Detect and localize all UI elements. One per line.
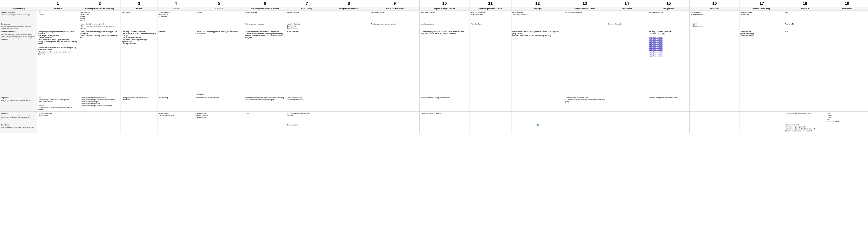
thoughtworks-link[interactable]: https://links.com/link [649, 37, 662, 39]
thoughtworks-link[interactable]: https://links.com/link [649, 39, 662, 41]
collaboration-table: 1 2 3 4 5 6 7 8 9 10 11 12 13 14 15 16 1… [0, 0, 868, 133]
contribution_ideas-col-3: - Providing a space for participants: * … [121, 30, 157, 96]
community-16: Tech+Social [690, 7, 740, 10]
contact_persons-col-1: Thai Linnawut [37, 10, 79, 22]
community-10: Angular Developers Thailand [420, 7, 469, 10]
thoughtworks-link[interactable]: https://links.com/link [649, 51, 662, 53]
projects-col-14 [606, 111, 648, 123]
contact_persons-col-7: Kanpor Todaporn [286, 10, 328, 22]
questions-col-4 [157, 123, 194, 133]
contact_persons-col-13: Wannnapanee Dasanrujit [564, 10, 606, 22]
questions-col-5 [194, 123, 244, 133]
projects-col-6: - TBA [244, 111, 286, 123]
contribution_ideas-col-2: - Maybe a workshop on using git and crea… [79, 30, 121, 96]
projects-sub-label: Any open source projects that wants cont… [1, 115, 36, 119]
objectives-sub-label: What do you expect to come together with… [1, 99, 36, 103]
num-col-7: 7 [286, 0, 328, 7]
community-col-13 [564, 22, 606, 30]
community-2: NoobProgrammer Thailand Community [79, 7, 121, 10]
objectives-col-4: - Ice breaking [157, 96, 194, 111]
objectives-col-7: Fosrru Jacklene Jorge Networking for FOS… [286, 96, 328, 111]
community-col-11: - Web developers [469, 22, 512, 30]
num-col-18: 18 [784, 0, 826, 7]
projects-col-8 [328, 111, 370, 123]
objectives-col-2: - Seeing participants contribute to OSS … [79, 96, 121, 111]
contact_persons-col-19 [826, 10, 868, 22]
num-col-6: 6 [244, 0, 286, 7]
projects-col-9 [370, 111, 420, 123]
questions-col-11 [469, 123, 512, 133]
objectives-col-6: Bringing more developer to Web Component… [244, 96, 286, 111]
contribution_ideas-col-17: - code4thailand/ parliament-listening - … [740, 30, 784, 96]
num-col-13: 13 [564, 0, 606, 7]
questions-col-8 [328, 123, 370, 133]
thoughtworks-link[interactable]: https://links.com/link [649, 45, 662, 47]
community-col-8 [328, 22, 370, 30]
questions-col-17 [740, 123, 784, 133]
community-col-5 [194, 22, 244, 30]
num-col-3: 3 [121, 0, 157, 7]
community-col-15 [648, 22, 690, 30]
community-col-9: Functional programming enthusiasts [370, 22, 420, 30]
contact_persons-label-cell: Contact Person(s)Who's representing this… [0, 10, 37, 22]
community-label-cell: CommunityAre you bringing participants? … [0, 22, 37, 30]
questions-col-19 [826, 123, 868, 133]
contribution_ideas-col-16 [690, 30, 740, 96]
contribution_ideas-col-19 [826, 30, 868, 96]
row-objectives: ObjectivesWhat do you expect to come tog… [0, 96, 868, 111]
contribution_ideas-col-1: Finding and gathering communities that w… [37, 30, 79, 96]
num-col-9: 9 [370, 0, 420, 7]
projects-col-19: Rails Hanami DryRB TTY Any Ruby project! [826, 111, 868, 123]
community-19: CodeSanook [826, 7, 868, 10]
thoughtworks-link[interactable]: https://links.com/link [649, 53, 662, 55]
number-row: 1 2 3 4 5 6 7 8 9 10 11 12 13 14 15 16 1… [0, 0, 868, 7]
contribution_ideas-col-14 [606, 30, 648, 96]
contact_persons-col-15: Anushit Pheernhong [648, 10, 690, 22]
thoughtworks-link[interactable]: https://links.com/link [649, 47, 662, 49]
projects-col-11 [469, 111, 512, 123]
community-1: Individuals [37, 7, 79, 10]
contact_persons-col-10: JaMa Swat Kaclaung [420, 10, 469, 22]
num-col-4: 4 [157, 0, 194, 7]
thoughtworks-link[interactable]: https://links.com/link [649, 41, 662, 43]
num-col-5: 5 [194, 0, 244, 7]
contribution_ideas-col-5: - Special ELECT.in.th swag (stickers) fo… [194, 30, 244, 96]
objectives-section-label: Objectives [1, 97, 9, 99]
num-col-14: 14 [606, 0, 648, 7]
projects-col-10: - Who use Angular in Thailand [420, 111, 469, 123]
projects-col-18: - Let members do whatever they want [784, 111, 826, 123]
contribution_ideas-label-cell: Contribution IdeasWhat would you like to… [0, 30, 37, 96]
contribution_ideas-col-8 [328, 30, 370, 96]
questions-col-3 [121, 123, 157, 133]
questions-col-2 [79, 123, 121, 133]
num-col-1: 1 [37, 0, 79, 7]
num-col-10: 10 [420, 0, 469, 7]
num-col-16: 16 [690, 0, 740, 7]
num-col-15: 15 [648, 0, 690, 7]
community-col-19 [826, 22, 868, 30]
community-col-18: Rubyist in Bkk [784, 22, 826, 30]
contact_persons-col-14 [606, 10, 648, 22]
contact_persons-col-12: Leonid Glevsky Thanchepon Wuntiuck [511, 10, 564, 22]
community-section-label: Community [1, 23, 10, 25]
thoughtworks-link[interactable]: https://links.com/link [649, 49, 662, 51]
projects-col-17 [740, 111, 784, 123]
green-dot-indicator [536, 124, 539, 126]
row-contact_persons: Contact Person(s)Who's representing this… [0, 10, 868, 22]
questions-col-12 [511, 123, 564, 133]
thoughtworks-link[interactable]: https://links.com/link [649, 43, 662, 45]
community-15: ThoughtWorks [648, 7, 690, 10]
objectives-col-11 [469, 96, 512, 111]
contact_persons-col-18: Tina [784, 10, 826, 22]
community-col-2: - Mainly students in university level - … [79, 22, 121, 30]
objectives-col-5: - new contributors to code4thailand [194, 96, 244, 111]
community-col-16: - Student - Individual person [690, 22, 740, 30]
projects-col-16 [690, 111, 740, 123]
thoughtworks-link[interactable]: https://links.com/link [649, 55, 662, 57]
num-col-2: 2 [79, 0, 121, 7]
contact_persons-col-6: Tanarit Saisittipee [244, 10, 286, 22]
num-col-0 [0, 0, 37, 7]
community-3: WeLearn [121, 7, 157, 10]
community-9: Listen to Function ฟังก์ชันนี้ [370, 7, 420, 10]
community-8: Young Creators' Initiatives [328, 7, 370, 10]
